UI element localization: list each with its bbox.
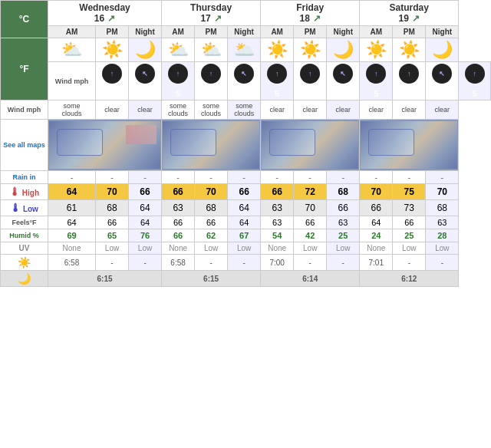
sat-night-rain: -	[426, 171, 459, 184]
thu-am-low: 63	[162, 200, 195, 216]
fri-am-low: 63	[261, 200, 294, 216]
sat-night-feels: 63	[426, 216, 459, 229]
fri-pm-wind: ↖15	[327, 62, 360, 100]
sat-am-feels: 64	[360, 216, 393, 229]
thu-pm-wind: ↖15	[228, 62, 261, 100]
sat-map[interactable]	[360, 120, 459, 171]
wed-night-wind: ↑5	[162, 62, 195, 100]
sat-am-wind: ↑5	[393, 62, 426, 100]
thu-night-icon: 🌥️	[228, 38, 261, 62]
thu-map[interactable]	[162, 120, 261, 171]
fri-night-label: Night	[327, 26, 360, 38]
wed-pm-icon: ☀️	[96, 38, 129, 62]
fri-night-low: 66	[327, 200, 360, 216]
wed-map[interactable]	[48, 120, 162, 171]
wed-pm-uv: Low	[96, 242, 129, 255]
expand-icon-sat[interactable]: ↗	[412, 13, 420, 24]
thu-am-uv: None	[162, 242, 195, 255]
friday-header: Friday 18 ↗	[261, 1, 360, 26]
wed-night-rain: -	[129, 171, 162, 184]
wed-am-high: 64	[48, 184, 96, 200]
fri-night-high: 68	[327, 184, 360, 200]
wed-am-feels: 64	[48, 216, 96, 229]
sat-pm-wind: ↖15	[426, 62, 459, 100]
fri-pm-rain: -	[294, 171, 327, 184]
fri-night-humid: 25	[327, 229, 360, 242]
sat-pm-high: 75	[393, 184, 426, 200]
wed-am-uv: None	[48, 242, 96, 255]
fri-am-uv: None	[261, 242, 294, 255]
sat-night-humid: 28	[426, 229, 459, 242]
thu-am-label: AM	[162, 26, 195, 38]
thu-pm-icon: ⛅	[195, 38, 228, 62]
wed-night-low: 64	[129, 200, 162, 216]
wed-pm-humid: 65	[96, 229, 129, 242]
celsius-button[interactable]: °C	[1, 1, 48, 38]
thu-pm-high: 70	[195, 184, 228, 200]
sat-sunrise-3: -	[426, 255, 459, 271]
sat-sunrise: 7:01	[360, 255, 393, 271]
expand-icon-thu[interactable]: ↗	[214, 13, 222, 24]
wed-night-label: Night	[129, 26, 162, 38]
thu-sunset: 6:15	[162, 271, 261, 287]
sat-sunrise-2: -	[393, 255, 426, 271]
weather-table: °C Wednesday 16 ↗ Thursday 17 ↗ Friday 1…	[0, 0, 491, 287]
saturday-header: Saturday 19 ↗	[360, 1, 459, 26]
fri-map[interactable]	[261, 120, 360, 171]
fri-am-feels: 63	[261, 216, 294, 229]
fahrenheit-button[interactable]: °F	[1, 38, 48, 100]
uv-label: UV	[1, 242, 48, 255]
thu-sunrise-3: -	[228, 255, 261, 271]
thu-pm-uv: Low	[195, 242, 228, 255]
sat-pm-humid: 25	[393, 229, 426, 242]
fri-pm-feels: 66	[294, 216, 327, 229]
wed-sunrise-2: -	[96, 255, 129, 271]
thu-am-high: 66	[162, 184, 195, 200]
fri-pm-high: 72	[294, 184, 327, 200]
wed-night-humid: 76	[129, 229, 162, 242]
fri-pm-icon: ☀️	[294, 38, 327, 62]
sat-night-wind: ↑5	[459, 62, 491, 100]
wed-pm-label: PM	[96, 26, 129, 38]
wed-am-icon: ⛅	[48, 38, 96, 62]
wed-pm-feels: 66	[96, 216, 129, 229]
wed-am-cond: someclouds	[48, 100, 96, 120]
fri-sunrise-2: -	[294, 255, 327, 271]
sat-am-rain: -	[360, 171, 393, 184]
sat-pm-feels: 66	[393, 216, 426, 229]
fri-am-rain: -	[261, 171, 294, 184]
wind-label: Wind mph	[1, 100, 48, 120]
thu-am-wind: ↑5	[195, 62, 228, 100]
sat-am-uv: None	[360, 242, 393, 255]
wed-night-uv: Low	[129, 242, 162, 255]
fri-night-feels: 63	[327, 216, 360, 229]
wind-mph-label: Wind mph	[48, 62, 96, 100]
wed-pm-low: 68	[96, 200, 129, 216]
thu-pm-low: 68	[195, 200, 228, 216]
thu-am-icon: ⛅	[162, 38, 195, 62]
expand-icon-fri[interactable]: ↗	[313, 13, 321, 24]
sat-pm-label: PM	[393, 26, 426, 38]
wed-am-wind: ↑5	[96, 62, 129, 100]
fri-night-uv: Low	[327, 242, 360, 255]
sat-night-low: 68	[426, 200, 459, 216]
wed-sunrise: 6:58	[48, 255, 96, 271]
sat-am-label: AM	[360, 26, 393, 38]
thu-night-uv: Low	[228, 242, 261, 255]
expand-icon-wed[interactable]: ↗	[107, 13, 115, 24]
wed-pm-high: 70	[96, 184, 129, 200]
wed-am-low: 61	[48, 200, 96, 216]
thu-night-rain: -	[228, 171, 261, 184]
sat-night-icon: 🌙	[426, 38, 459, 62]
see-all-maps-link[interactable]: See all maps	[1, 120, 48, 171]
fri-sunrise: 7:00	[261, 255, 294, 271]
fri-pm-humid: 42	[294, 229, 327, 242]
sat-night-label: Night	[426, 26, 459, 38]
fri-pm-label: PM	[294, 26, 327, 38]
fri-night-icon: 🌙	[327, 38, 360, 62]
sunset-label: 🌙	[1, 271, 48, 287]
wed-night-icon: 🌙	[129, 38, 162, 62]
fri-am-humid: 54	[261, 229, 294, 242]
sat-pm-uv: Low	[393, 242, 426, 255]
wed-sunset: 6:15	[48, 271, 162, 287]
